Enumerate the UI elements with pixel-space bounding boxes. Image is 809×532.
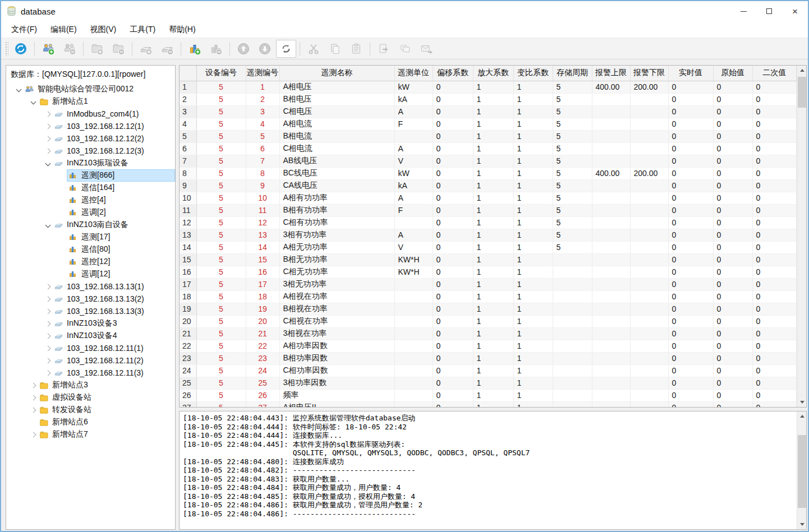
cell[interactable]: 5 bbox=[553, 81, 592, 93]
cell[interactable]: 0 bbox=[668, 364, 713, 377]
cell[interactable]: 0 bbox=[752, 377, 797, 389]
cell[interactable]: A相电压II bbox=[279, 401, 394, 407]
tree-item-area[interactable]: 103_192.168.12.11(2) bbox=[52, 354, 175, 367]
cell[interactable]: B相视在功率 bbox=[279, 303, 394, 315]
cell[interactable]: 5 bbox=[196, 142, 246, 155]
cell[interactable] bbox=[592, 327, 630, 340]
table-row[interactable]: 656C相电流A0115000 bbox=[180, 142, 797, 155]
collapse-arrow-icon[interactable] bbox=[14, 87, 23, 91]
cell[interactable]: 0 bbox=[713, 229, 752, 241]
cell[interactable]: 11 bbox=[246, 204, 279, 216]
cell[interactable]: 1 bbox=[513, 142, 553, 155]
cell[interactable]: B相有功功率 bbox=[279, 204, 394, 216]
cell[interactable]: 0 bbox=[752, 155, 797, 167]
tree-item-area[interactable]: 转发设备站 bbox=[38, 404, 175, 416]
cell[interactable]: 1 bbox=[473, 81, 513, 93]
column-header[interactable]: 偏移系数 bbox=[433, 66, 473, 81]
tree-item[interactable]: 103_192.168.12.12(1) bbox=[6, 120, 175, 132]
table-scroll-area[interactable]: 设备编号遥测编号遥测名称遥测单位偏移系数放大系数变比系数存储周期报警上限报警下限… bbox=[180, 66, 797, 407]
cell[interactable]: 4 bbox=[246, 118, 279, 130]
cell[interactable]: 5 bbox=[196, 118, 246, 130]
menu-edit[interactable]: 编辑(E) bbox=[44, 22, 84, 37]
cell[interactable] bbox=[630, 142, 668, 155]
cell[interactable]: 5 bbox=[196, 155, 246, 167]
tree-item-area[interactable]: 遥测[17] bbox=[67, 231, 175, 243]
cell[interactable] bbox=[394, 130, 433, 142]
cell[interactable] bbox=[592, 401, 630, 407]
tree-item-area[interactable]: 遥信[164] bbox=[67, 182, 175, 194]
cell[interactable]: 1 bbox=[473, 340, 513, 352]
cell[interactable]: 5 bbox=[553, 142, 592, 155]
cell[interactable]: 1 bbox=[513, 327, 553, 340]
cell[interactable]: 6 bbox=[246, 142, 279, 155]
tree-item-area[interactable]: InNZ103振瑞设备 bbox=[52, 157, 175, 169]
cell[interactable]: 1 bbox=[473, 401, 513, 407]
cell[interactable]: 1 bbox=[473, 352, 513, 364]
cell[interactable]: A相无功功率 bbox=[279, 241, 394, 253]
cell[interactable]: 0 bbox=[433, 315, 473, 327]
table-row[interactable]: 18518A相视在功率011000 bbox=[180, 290, 797, 303]
cell[interactable]: BC线电压 bbox=[279, 167, 394, 179]
row-number[interactable]: 3 bbox=[180, 105, 196, 118]
cell[interactable]: 3相功率因数 bbox=[279, 377, 394, 389]
cell[interactable]: 1 bbox=[473, 266, 513, 278]
cell[interactable] bbox=[394, 401, 433, 407]
cell[interactable]: 0 bbox=[433, 167, 473, 179]
cell[interactable] bbox=[592, 204, 630, 216]
cell[interactable]: 0 bbox=[433, 130, 473, 142]
cell[interactable]: A bbox=[394, 192, 433, 204]
column-header[interactable]: 遥测名称 bbox=[279, 66, 394, 81]
cell[interactable]: 0 bbox=[433, 290, 473, 303]
row-number[interactable]: 15 bbox=[180, 253, 196, 266]
cell[interactable]: 5 bbox=[196, 130, 246, 142]
tree-item-area[interactable]: 遥调[12] bbox=[67, 268, 175, 280]
collapse-arrow-icon[interactable] bbox=[43, 223, 52, 227]
cell[interactable]: 5 bbox=[196, 266, 246, 278]
row-number[interactable]: 2 bbox=[180, 93, 196, 105]
cell[interactable]: 3 bbox=[246, 105, 279, 118]
table-row[interactable]: 15515B相无功功率KW*H011000 bbox=[180, 253, 797, 266]
cell[interactable]: C相无功功率 bbox=[279, 266, 394, 278]
tree-item[interactable]: InModbus2_com4(1) bbox=[6, 108, 175, 120]
cell[interactable]: 0 bbox=[668, 155, 713, 167]
refresh-button[interactable] bbox=[276, 40, 296, 58]
cell[interactable]: V bbox=[394, 241, 433, 253]
cell[interactable]: 7 bbox=[246, 155, 279, 167]
tree-item-area[interactable]: 新增站点7 bbox=[38, 428, 175, 441]
table-row[interactable]: 858BC线电压kW0115400.00200.00000 bbox=[180, 167, 797, 179]
tree-item-area[interactable]: 新增站点3 bbox=[38, 379, 175, 391]
cell[interactable]: 0 bbox=[668, 352, 713, 364]
cell[interactable]: 3相视在功率 bbox=[279, 327, 394, 340]
scroll-down-button[interactable] bbox=[797, 520, 807, 529]
cell[interactable]: 0 bbox=[752, 352, 797, 364]
cell[interactable]: 0 bbox=[668, 241, 713, 253]
table-vertical-scrollbar[interactable] bbox=[797, 66, 806, 407]
cell[interactable]: 0 bbox=[713, 204, 752, 216]
row-number[interactable]: 14 bbox=[180, 241, 196, 253]
cell[interactable]: 0 bbox=[668, 81, 713, 93]
row-number[interactable]: 4 bbox=[180, 118, 196, 130]
tree-item[interactable]: 遥控[12] bbox=[6, 256, 175, 268]
expand-arrow-icon[interactable] bbox=[29, 433, 38, 437]
cell[interactable]: 0 bbox=[433, 389, 473, 401]
cell[interactable]: 2 bbox=[246, 93, 279, 105]
cell[interactable]: 0 bbox=[433, 93, 473, 105]
menu-tools[interactable]: 工具(T) bbox=[123, 22, 162, 37]
cell[interactable]: A bbox=[394, 229, 433, 241]
table-row[interactable]: 19519B相视在功率011000 bbox=[180, 303, 797, 315]
cell[interactable]: F bbox=[394, 118, 433, 130]
cell[interactable]: 17 bbox=[246, 278, 279, 290]
row-number[interactable]: 10 bbox=[180, 192, 196, 204]
column-header[interactable]: 二次值 bbox=[752, 66, 797, 81]
cell[interactable] bbox=[553, 253, 592, 266]
cell[interactable]: 1 bbox=[513, 315, 553, 327]
cell[interactable]: 1 bbox=[513, 93, 553, 105]
cell[interactable]: 0 bbox=[713, 93, 752, 105]
expand-arrow-icon[interactable] bbox=[43, 124, 52, 128]
cell[interactable] bbox=[592, 118, 630, 130]
cell[interactable]: 5 bbox=[196, 327, 246, 340]
cell[interactable]: 200.00 bbox=[630, 81, 668, 93]
tree-item[interactable]: InNZ103设备3 bbox=[6, 317, 175, 330]
tree-item[interactable]: InNZ103设备4 bbox=[6, 330, 175, 342]
row-number[interactable]: 21 bbox=[180, 327, 196, 340]
